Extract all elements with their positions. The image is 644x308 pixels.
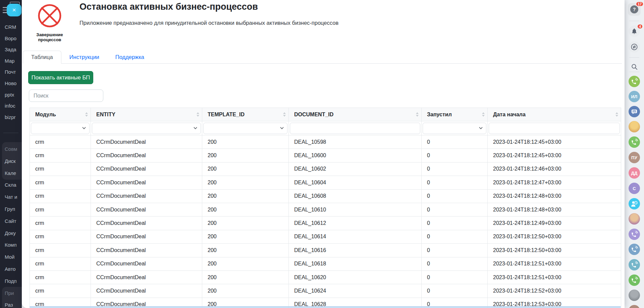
table-cell: 0 [422,189,488,203]
call-contact-button[interactable] [629,229,640,240]
table-row: crmCCrmDocumentDeal200DEAL_1060002023-01… [30,149,621,162]
rail-divider [629,21,639,21]
contact-initials-button[interactable]: ПУ [629,152,640,163]
sidebar-item-novo[interactable]: Ново [0,78,22,89]
table-cell: CCrmDocumentDeal [91,230,202,243]
table-cell: 0 [422,230,488,243]
table-cell: DEAL_10624 [289,284,422,298]
chevron-down-icon [82,126,86,130]
table-cell: CCrmDocumentDeal [91,149,202,162]
column-header-дата начала[interactable]: Дата начала [488,108,621,121]
filter-input-дата начала[interactable] [489,123,620,134]
table-row: crmCCrmDocumentDeal200DEAL_1061402023-01… [30,230,621,243]
sidebar-item-moy[interactable]: Мой [0,251,22,263]
table-cell: 0 [422,203,488,216]
show-active-bp-button[interactable]: Показать активные БП [28,71,93,84]
right-toolbar: ?174ИЛПУДДС [625,0,644,308]
tab-instructions[interactable]: Инструкции [61,51,107,63]
sidebar-item-komp[interactable]: Комп [0,239,22,251]
contact-initials-button[interactable]: ИЛ [629,91,640,102]
chat-history-button[interactable] [629,41,640,53]
rail-divider [629,57,639,58]
column-header-entity[interactable]: ENTITY [91,108,202,121]
table-cell: 0 [422,217,488,230]
column-header-label: Дата начала [493,112,526,117]
column-header-template_id[interactable]: TEMPLATE_ID [202,108,289,121]
sidebar-item-disk[interactable]: Диск [0,155,22,167]
sidebar-item-doku[interactable]: Доку [0,227,22,239]
search-input[interactable] [29,89,103,102]
sidebar-item-mar[interactable]: Мар [0,55,22,67]
close-app-button[interactable]: × [7,4,21,16]
column-header-label: Модуль [35,112,56,117]
app-icon-label: Завершение процессов [28,32,71,42]
sidebar-item-sait[interactable]: Сайт [0,215,22,227]
sidebar-item-chat[interactable]: Чат и [0,191,22,203]
horizontal-scrollbar[interactable] [30,306,621,308]
rail-search-button[interactable] [629,61,640,72]
call-contact-button[interactable] [629,136,640,148]
sidebar-item-bizpr[interactable]: bizpr [0,112,22,123]
table-cell: DEAL_10618 [289,257,422,270]
tab-support[interactable]: Поддержка [107,51,152,63]
column-header-document_id[interactable]: DOCUMENT_ID [289,108,422,121]
sidebar-item-podp[interactable]: Подп [0,275,22,287]
tab-table[interactable]: Таблица [23,51,61,64]
sidebar-item-poch[interactable]: Почт [0,66,22,78]
table-cell: 200 [202,176,289,189]
process-table-area: МодульENTITYTEMPLATE_IDDOCUMENT_IDЗапуст… [30,108,621,308]
recent-contact-button[interactable] [629,198,640,209]
sidebar-item-skla[interactable]: Скла [0,179,22,191]
table-cell: crm [30,135,91,149]
table-filter-row [30,121,621,135]
sidebar-item-infoc[interactable]: infoc [0,100,22,112]
sidebar-item-sovm[interactable]: Совм [0,143,22,155]
filter-input-document_id[interactable] [290,123,420,134]
sort-icon [85,112,88,117]
filter-select-запустил[interactable] [423,123,486,134]
avatar[interactable] [629,290,640,301]
filter-select-модуль[interactable] [31,123,90,134]
table-cell: DEAL_10602 [289,162,422,176]
sidebar-item-zada[interactable]: Зада [0,44,22,55]
contact-initials-button[interactable]: С [629,183,640,194]
avatar[interactable] [629,213,640,225]
bell-icon [631,28,638,35]
sidebar-item-kale[interactable]: Кале [0,167,22,179]
call-contact-button[interactable] [629,274,640,286]
help-button[interactable]: ?17 [628,3,641,16]
sidebar-item-pptx[interactable]: pptx [0,89,22,101]
call-contact-button[interactable] [629,244,640,255]
phone-icon [631,138,638,146]
group-chat-button[interactable] [629,106,640,117]
column-header-label: DOCUMENT_ID [294,112,333,117]
rail-divider [629,72,639,72]
sidebar-item-voro[interactable]: Воро [0,33,22,44]
sidebar-item-grup[interactable]: Груп [0,203,22,215]
table-cell: 200 [202,284,289,298]
table-cell: 2023-01-24T18:12:50+03:00 [488,244,621,257]
sidebar-item-avto[interactable]: Авто [0,263,22,275]
contact-initials-button[interactable]: ДД [629,167,640,179]
call-contact-button[interactable] [629,259,640,270]
avatar[interactable] [629,121,640,132]
table-cell: CCrmDocumentDeal [91,176,202,189]
table-cell: 2023-01-24T18:12:45+03:00 [488,135,621,149]
table-row: crmCCrmDocumentDeal200DEAL_1059802023-01… [30,135,621,149]
table-cell: crm [30,284,91,298]
column-header-модуль[interactable]: Модуль [30,108,91,121]
chat-sync-icon [630,43,638,51]
table-cell: crm [30,176,91,189]
avatar[interactable] [629,305,640,308]
column-header-запустил[interactable]: Запустил [422,108,488,121]
page-subtitle: Приложение предназначено для принудитель… [79,20,338,26]
call-contact-button[interactable] [629,76,640,87]
table-cell: 2023-01-24T18:12:45+03:00 [488,149,621,162]
sidebar-item-crm[interactable]: CRM [0,21,22,33]
notifications-button[interactable]: 4 [629,25,640,37]
filter-select-entity[interactable] [92,123,201,134]
filter-select-template_id[interactable] [203,123,287,134]
table-cell: crm [30,162,91,176]
sidebar-item-razr[interactable]: Раз [0,299,22,308]
sidebar-item-pril[interactable]: При [0,287,22,299]
